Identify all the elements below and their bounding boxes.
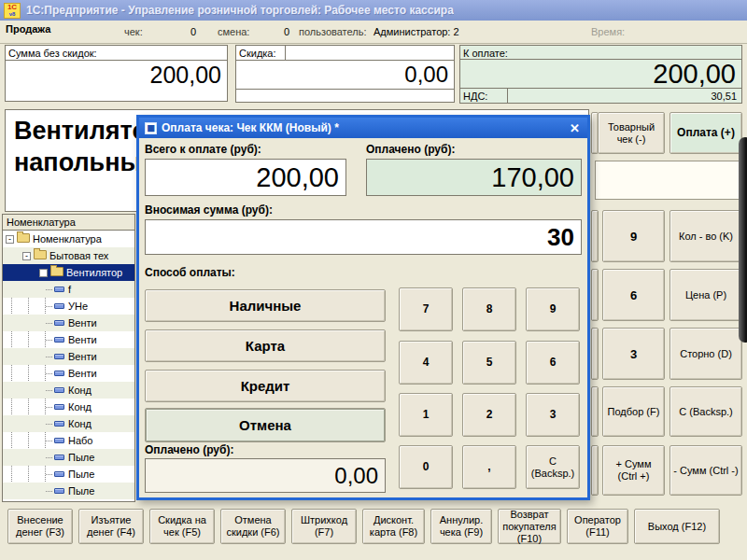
tree-connector: [46, 373, 52, 374]
numpad-key-4[interactable]: 4: [399, 341, 453, 385]
folder-icon: [34, 250, 47, 259]
expander-icon[interactable]: [39, 269, 48, 277]
tree-item-label: Венти: [68, 351, 97, 362]
discount-value: 0,00: [235, 60, 455, 90]
side-scroll-handle[interactable]: [739, 137, 747, 343]
tree-item-label: Набо: [68, 435, 92, 446]
cancel-button[interactable]: Отмена: [145, 408, 386, 442]
dialog-titlebar[interactable]: Оплата чека: Чек ККМ (Новый) * ✕: [139, 118, 587, 138]
exit-button[interactable]: Выход (F12): [634, 509, 720, 544]
tree-item-label: Венти: [68, 334, 97, 345]
tree-item[interactable]: Конд: [3, 415, 134, 432]
nomenclature-panel[interactable]: Номенклатура Номенклатура Бытовая тех Ве…: [2, 214, 135, 502]
numpad-key-6[interactable]: 6: [526, 341, 580, 385]
app-logo-text: 1C: [7, 4, 17, 11]
shift-value: 0: [254, 26, 289, 37]
credit-method-button[interactable]: Кредит: [145, 370, 386, 402]
payment-method-label: Способ оплаты:: [145, 266, 235, 279]
quantity-button[interactable]: Кол - во (K): [669, 210, 742, 262]
key-3-main[interactable]: 3: [602, 328, 665, 380]
numpad-key-5[interactable]: 5: [462, 341, 516, 385]
dialog-title: Оплата чека: Чек ККМ (Новый) *: [162, 121, 339, 134]
tree-item[interactable]: Пыле: [3, 483, 134, 499]
expander-icon[interactable]: [6, 235, 14, 244]
item-icon: [54, 387, 64, 393]
cash-out-button[interactable]: Изъятие денег (F4): [78, 509, 144, 544]
sum-without-discount-box: Сумма без скидок: 200,00: [5, 45, 228, 103]
payment-button[interactable]: Оплата (+): [669, 112, 742, 154]
operator-button[interactable]: Оператор (F11): [567, 509, 628, 544]
window-title: 1С:Предприятие - Управление розничной то…: [26, 4, 454, 17]
item-icon: [54, 471, 64, 477]
payment-dialog: Оплата чека: Чек ККМ (Новый) * ✕ Всего к…: [136, 115, 590, 500]
cancel-discount-button[interactable]: Отмена скидки (F6): [220, 509, 286, 544]
storno-button[interactable]: Сторно (D): [669, 328, 742, 380]
price-button[interactable]: Цена (P): [669, 269, 742, 321]
key-6-main[interactable]: 6: [602, 269, 665, 321]
item-icon: [54, 337, 64, 343]
key-9-main[interactable]: 9: [602, 210, 665, 262]
minus-sum-button[interactable]: - Сумм (Ctrl -): [669, 445, 742, 496]
entered-amount-input[interactable]: 30: [145, 219, 582, 255]
barcode-button[interactable]: Штрихкод (F7): [291, 509, 357, 544]
tree-item[interactable]: Венти: [3, 348, 134, 365]
customer-return-button[interactable]: Возврат покупателя (F10): [498, 509, 561, 544]
numpad-key-0[interactable]: 0: [399, 445, 453, 489]
numpad-key-1[interactable]: 1: [399, 393, 453, 437]
function-key-bar: Внесение денег (F3) Изъятие денег (F4) С…: [7, 509, 720, 544]
tree-item[interactable]: Конд: [3, 382, 134, 399]
tree-item[interactable]: Набо: [3, 432, 134, 449]
tree-item-label: f: [68, 284, 71, 295]
user-label: пользователь:: [299, 26, 367, 37]
tree-item-label: Пыле: [68, 469, 94, 480]
user-value: Администратор: 2: [374, 26, 459, 37]
tree-item[interactable]: Венти: [3, 315, 134, 331]
vat-value: 30,51: [507, 88, 742, 104]
tree-item[interactable]: Венти: [3, 365, 134, 382]
goods-receipt-button[interactable]: Товарный чек (-): [598, 112, 665, 154]
numpad-key-2[interactable]: 2: [462, 393, 516, 437]
tree-item-label: Конд: [68, 401, 92, 413]
tree-item-root[interactable]: Номенклатура: [3, 231, 134, 247]
clear-backspace-button[interactable]: С (Backsp.): [669, 386, 742, 437]
item-icon: [54, 404, 64, 410]
discount-label-field: [285, 45, 455, 61]
cash-in-button[interactable]: Внесение денег (F3): [7, 509, 73, 544]
numpad-key-decimal[interactable]: ,: [462, 445, 516, 489]
expander-icon[interactable]: [22, 252, 31, 260]
numpad-key-8[interactable]: 8: [462, 287, 516, 331]
item-icon: [54, 455, 64, 460]
tree-item[interactable]: Пыле: [3, 449, 134, 466]
check-discount-button[interactable]: Скидка на чек (F5): [149, 509, 215, 544]
item-icon: [54, 421, 64, 427]
plus-sum-button[interactable]: + Сумм (Ctrl +): [602, 445, 665, 496]
nomenclature-header: Номенклатура: [3, 215, 134, 231]
close-icon[interactable]: ✕: [568, 121, 582, 135]
paid-bottom-field: 0,00: [145, 458, 386, 493]
tree-item[interactable]: f: [3, 281, 134, 298]
tree-item[interactable]: Конд: [3, 399, 134, 415]
discount-extra-field: [235, 89, 455, 103]
tree-item[interactable]: Венти: [3, 331, 134, 348]
tree-item-group-selected[interactable]: Вентилятор: [3, 264, 134, 281]
card-method-button[interactable]: Карта: [145, 329, 386, 362]
numpad-key-7[interactable]: 7: [399, 287, 453, 331]
numpad-key-backspace[interactable]: С (Backsp.): [526, 445, 580, 489]
discount-card-button[interactable]: Дисконт. карта (F8): [362, 509, 425, 544]
tree-connector: [46, 323, 52, 324]
cash-method-button[interactable]: Наличные: [145, 289, 386, 322]
discount-box: Скидка: 0,00: [235, 45, 455, 103]
tree-item[interactable]: УНе: [3, 298, 134, 315]
paid-field: 170,00: [366, 159, 582, 196]
tree-item[interactable]: Пыле: [3, 466, 134, 483]
tree-connector: [46, 306, 52, 307]
tree-connector: [46, 424, 52, 425]
tree-item-group[interactable]: Бытовая тех: [3, 247, 134, 264]
numpad-key-9[interactable]: 9: [526, 287, 580, 331]
void-check-button[interactable]: Аннулир. чека (F9): [430, 509, 492, 544]
discount-label: Скидка:: [235, 45, 286, 61]
pick-button[interactable]: Подбор (F): [602, 386, 665, 437]
tree-connector: [46, 390, 52, 391]
tree-item-label: Венти: [68, 317, 97, 329]
numpad-key-3[interactable]: 3: [526, 393, 580, 437]
